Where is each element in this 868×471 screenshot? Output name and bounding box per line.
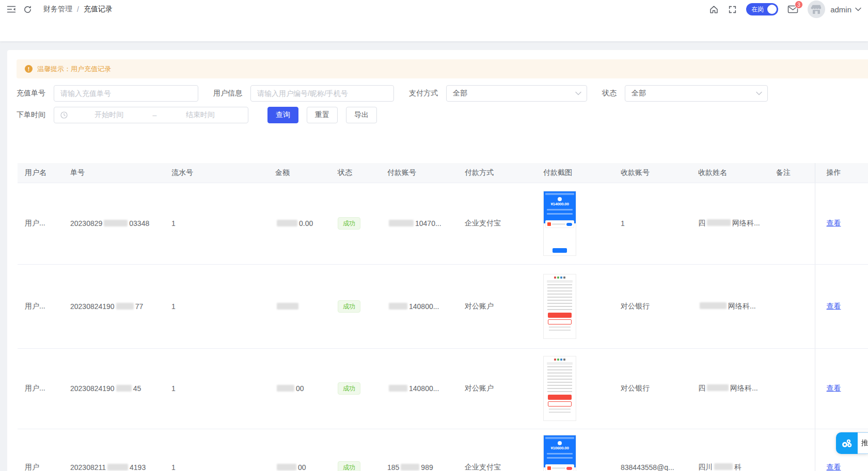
cell-payee_name: 网络科... — [691, 264, 769, 348]
column-header-payee_account: 收款账号 — [613, 163, 691, 183]
table-header-row: 用户名单号流水号金额状态付款账号付款方式付款截图收款账号收款姓名备注操作 — [18, 163, 868, 183]
netdisk-overlay-label-panel[interactable]: 推 — [858, 432, 868, 454]
duty-status-label: 在岗 — [751, 5, 764, 14]
receipt-secondary-button — [548, 401, 572, 407]
cell-text: 对公银行 — [621, 384, 650, 392]
table-body: 用户...202308290334810.00成功10470...企业支付宝 ¥… — [18, 183, 868, 471]
redacted-blur — [389, 303, 407, 310]
cell-text: 1 — [171, 219, 176, 228]
cell-text: 45 — [133, 384, 141, 393]
view-link[interactable]: 查看 — [827, 219, 841, 227]
status-select[interactable]: 全部 — [625, 85, 768, 102]
tip-alert-text: 温馨提示：用户充值记录 — [37, 64, 111, 74]
pay-method-select[interactable]: 全部 — [446, 85, 587, 102]
cell-text: 00 — [298, 463, 306, 471]
cell-text: 对公账户 — [465, 302, 494, 310]
column-header-status: 状态 — [330, 163, 380, 183]
column-header-remark: 备注 — [769, 163, 815, 183]
redacted-blur — [277, 464, 296, 470]
cell-order: 2023082419077 — [63, 264, 164, 348]
duty-status-toggle[interactable]: 在岗 — [746, 3, 778, 15]
redacted-blur — [104, 220, 128, 226]
reset-button[interactable]: 重置 — [307, 107, 338, 123]
user-info-label: 用户信息 — [213, 89, 242, 98]
end-time-placeholder[interactable]: 结束时间 — [159, 110, 242, 120]
netdisk-overlay: 推 — [836, 432, 868, 454]
redacted-blur — [277, 220, 297, 226]
receipt-header: ¥14000.00 — [544, 191, 576, 223]
payment-screenshot-thumbnail[interactable] — [543, 274, 576, 339]
cell-remark — [769, 264, 815, 348]
user-menu[interactable]: admin — [830, 5, 861, 14]
payment-screenshot-thumbnail[interactable]: ¥10600.00 — [543, 435, 576, 471]
column-header-payee_name: 收款姓名 — [691, 163, 769, 183]
cell-shot: ¥10600.00 — [536, 429, 613, 471]
netdisk-cloud-icon — [841, 437, 853, 449]
avatar[interactable] — [808, 1, 825, 18]
cell-payer: 10470... — [380, 183, 457, 264]
breadcrumb-separator: / — [77, 5, 79, 13]
filter-order-time: 下单时间 开始时间 – 结束时间 — [17, 107, 248, 123]
cell-payee_account: 对公银行 — [613, 264, 691, 348]
records-table-wrap: 用户名单号流水号金额状态付款账号付款方式付款截图收款账号收款姓名备注操作 用户.… — [18, 163, 868, 471]
status-value: 全部 — [632, 89, 646, 98]
cell-method: 对公账户 — [457, 348, 536, 429]
date-range-picker[interactable]: 开始时间 – 结束时间 — [54, 107, 248, 123]
payment-screenshot-thumbnail[interactable] — [543, 356, 576, 421]
cell-text: 企业支付宝 — [465, 463, 501, 471]
start-time-placeholder[interactable]: 开始时间 — [68, 110, 151, 120]
view-link[interactable]: 查看 — [827, 463, 841, 471]
filter-order-no: 充值单号 — [17, 85, 198, 102]
cell-text: 77 — [135, 302, 144, 311]
sidebar-fold-icon[interactable] — [7, 5, 16, 13]
filter-buttons: 查询 重置 导出 — [267, 107, 377, 123]
cell-status: 成功 — [330, 429, 380, 471]
filter-row-1: 充值单号 用户信息 支付方式 全部 状态 全部 — [17, 85, 868, 102]
cell-status: 成功 — [330, 264, 380, 348]
message-count-badge: 3 — [795, 1, 803, 9]
cell-text: 20230824190 — [70, 384, 115, 393]
cell-amount — [268, 264, 330, 348]
cell-text: 网络科... — [728, 302, 756, 310]
cell-payee_name: 四网络科... — [691, 183, 769, 264]
view-link[interactable]: 查看 — [827, 302, 841, 310]
user-info-input[interactable] — [250, 85, 394, 102]
column-header-payer: 付款账号 — [380, 163, 457, 183]
cell-shot — [536, 264, 613, 348]
cell-text: 03348 — [129, 219, 149, 228]
redacted-blur — [116, 303, 134, 310]
chevron-down-icon — [855, 7, 861, 11]
fullscreen-icon[interactable] — [728, 5, 737, 14]
export-button[interactable]: 导出 — [346, 107, 377, 123]
cell-text: 用户... — [25, 384, 45, 392]
cell-order: 2023082114193 — [63, 429, 164, 471]
cell-user: 用户... — [18, 348, 63, 429]
netdisk-save-button[interactable] — [836, 432, 858, 454]
cell-action: 查看 — [815, 183, 868, 264]
table-row: 用户2023082114193100成功185989企业支付宝 ¥10600.0… — [18, 429, 868, 471]
filter-pay-method: 支付方式 全部 — [409, 85, 587, 102]
cell-payee_name: 四网络科... — [691, 348, 769, 429]
status-badge: 成功 — [338, 217, 360, 230]
order-no-input[interactable] — [54, 85, 198, 102]
cell-method: 对公账户 — [457, 264, 536, 348]
refresh-icon[interactable] — [23, 5, 32, 14]
navbar-right: 在岗 3 admin — [700, 1, 861, 18]
home-icon[interactable] — [709, 5, 719, 14]
filter-user-info: 用户信息 — [213, 85, 394, 102]
cell-amount: 00 — [268, 429, 330, 471]
messages-button[interactable]: 3 — [787, 5, 798, 14]
column-header-method: 付款方式 — [457, 163, 536, 183]
receipt-header: ¥10600.00 — [544, 435, 576, 467]
breadcrumb-parent[interactable]: 财务管理 — [43, 5, 72, 14]
cell-text: 用户 — [25, 463, 39, 471]
table-row: 用户...2023082419045100成功140800...对公账户 对公银… — [18, 348, 868, 429]
payment-screenshot-thumbnail[interactable]: ¥14000.00 — [543, 191, 576, 256]
search-button[interactable]: 查询 — [267, 107, 298, 123]
view-link[interactable]: 查看 — [827, 384, 841, 392]
warning-icon: ! — [25, 65, 33, 73]
cell-order: 2023082903348 — [63, 183, 164, 264]
cell-payer: 185989 — [380, 429, 457, 471]
table-row: 用户...20230824190771成功140800...对公账户 对公银行网… — [18, 264, 868, 348]
cell-action: 查看 — [815, 348, 868, 429]
